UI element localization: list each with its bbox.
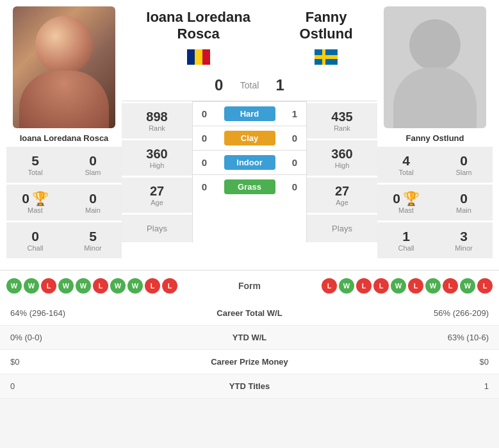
form-badge: W <box>425 278 441 294</box>
form-badge: L <box>477 278 493 294</box>
right-main-label: Main <box>438 206 490 214</box>
surface-badges-col: 0 Hard 1 0 Clay 0 0 Indoor 0 <box>192 101 307 242</box>
right-player-photo <box>384 6 486 128</box>
form-badge: L <box>443 278 458 294</box>
right-rank-value: 435 <box>309 110 375 124</box>
form-label: Form <box>238 281 261 291</box>
right-total-score: 1 <box>270 76 290 94</box>
right-chall-cell: 1 Chall <box>377 222 435 258</box>
form-badge: W <box>76 278 91 294</box>
right-hard-score: 1 <box>288 108 301 119</box>
stat-center-label: Career Prize Money <box>186 357 314 367</box>
right-main-value: 0 <box>438 191 490 206</box>
total-label: Total <box>240 80 259 90</box>
left-total-score: 0 <box>209 76 229 94</box>
form-section: WWLWWLWWLL Form LWLLWLWLWL <box>0 270 499 301</box>
left-player-photo <box>13 6 115 128</box>
left-total-cell: 5 Total <box>6 147 64 185</box>
stat-center-label: YTD Titles <box>186 381 314 391</box>
right-trophy-icon: 🏆 <box>403 191 420 206</box>
form-badge: L <box>162 278 177 294</box>
left-main-value: 0 <box>67 191 119 206</box>
stat-center-label: YTD W/L <box>186 333 314 342</box>
left-mast-cell: 0 🏆 Mast <box>6 185 64 222</box>
left-minor-label: Minor <box>67 244 119 252</box>
form-badge: W <box>6 278 22 294</box>
left-mast-label: Mast <box>9 206 61 214</box>
left-stat-col-2: 0 Slam 0 Main 5 Minor <box>64 147 122 258</box>
left-slam-label: Slam <box>67 169 119 176</box>
left-total-value: 5 <box>9 153 61 169</box>
left-clay-score: 0 <box>198 133 211 144</box>
form-badge: L <box>408 278 423 294</box>
stat-row: 64% (296-164) Career Total W/L 56% (266-… <box>0 301 499 326</box>
right-age-label: Age <box>309 199 375 206</box>
right-rank-box: 435 Rank <box>307 101 377 138</box>
left-age-box: 27 Age <box>122 176 192 213</box>
left-name-area: Ioana Loredana Rosca <box>146 9 250 65</box>
right-stat-col: 4 Total 0 🏆 Mast 1 Chall <box>377 147 435 258</box>
grass-badge: Grass <box>224 179 275 194</box>
left-age-label: Age <box>124 199 190 206</box>
right-player-column: Fanny Ostlund 4 Total 0 🏆 Mast <box>377 6 493 258</box>
clay-row: 0 Clay 0 <box>193 126 306 150</box>
left-player-column: Ioana Loredana Rosca 5 Total 0 🏆 Mast <box>6 6 122 258</box>
left-chall-value: 0 <box>9 229 61 244</box>
right-age-value: 27 <box>309 184 375 199</box>
left-player-name-below: Ioana Loredana Rosca <box>20 133 109 143</box>
left-age-value: 27 <box>124 184 190 199</box>
form-badge: W <box>127 278 143 294</box>
right-grass-score: 0 <box>288 181 301 192</box>
middle-column: Ioana Loredana Rosca Fanny Ostlund 0 Tot… <box>122 6 377 258</box>
left-high-label: High <box>124 162 190 169</box>
stat-right-val: 1 <box>314 381 489 391</box>
left-trophy-icon: 🏆 <box>32 191 49 206</box>
right-total-label: Total <box>380 169 432 176</box>
right-minor-label: Minor <box>438 244 490 252</box>
left-plays-box: Plays <box>122 213 192 242</box>
right-total-value: 4 <box>380 153 432 169</box>
right-main-cell: 0 Main <box>435 185 493 222</box>
stat-row: 0 YTD Titles 1 <box>0 374 499 399</box>
stat-left-val: $0 <box>10 357 186 367</box>
stat-row: $0 Career Prize Money $0 <box>0 350 499 374</box>
form-badge: L <box>145 278 160 294</box>
left-minor-cell: 5 Minor <box>64 222 122 258</box>
right-mast-value: 0 <box>393 191 400 206</box>
right-high-label: High <box>309 162 375 169</box>
main-container: Ioana Loredana Rosca 5 Total 0 🏆 Mast <box>0 0 499 399</box>
form-badge: W <box>58 278 74 294</box>
clay-badge: Clay <box>224 131 275 145</box>
hard-row: 0 Hard 1 <box>193 101 306 126</box>
left-grass-score: 0 <box>198 181 211 192</box>
form-badge: L <box>93 278 108 294</box>
indoor-row: 0 Indoor 0 <box>193 150 306 174</box>
left-stat-col: 5 Total 0 🏆 Mast 0 Chall <box>6 147 64 258</box>
right-slam-label: Slam <box>438 169 490 176</box>
form-badge: W <box>24 278 39 294</box>
left-rank-label: Rank <box>124 124 190 132</box>
total-score-row: 0 Total 1 <box>122 71 377 101</box>
grass-row: 0 Grass 0 <box>193 174 306 199</box>
left-flag <box>187 49 210 65</box>
right-high-value: 360 <box>309 147 375 162</box>
form-badge: W <box>110 278 126 294</box>
form-badge: W <box>339 278 354 294</box>
left-stat-boxes: 898 Rank 360 High 27 Age Plays <box>122 101 192 242</box>
left-main-label: Main <box>67 206 119 214</box>
left-chall-cell: 0 Chall <box>6 222 64 258</box>
right-player-name-header: Fanny Ostlund <box>300 9 353 43</box>
stat-right-val: 56% (266-209) <box>314 308 489 318</box>
right-flag <box>315 49 338 65</box>
left-rank-value: 898 <box>124 110 190 124</box>
left-player-name-header: Ioana Loredana Rosca <box>146 9 250 43</box>
stat-left-val: 0 <box>10 381 186 391</box>
form-badge: W <box>391 278 406 294</box>
left-mast-value: 0 <box>22 191 29 206</box>
left-main-cell: 0 Main <box>64 185 122 222</box>
right-player-name-below: Fanny Ostlund <box>406 133 464 143</box>
right-mast-label: Mast <box>380 206 432 214</box>
hard-badge: Hard <box>224 106 275 121</box>
right-high-box: 360 High <box>307 138 377 176</box>
indoor-badge: Indoor <box>224 155 275 170</box>
